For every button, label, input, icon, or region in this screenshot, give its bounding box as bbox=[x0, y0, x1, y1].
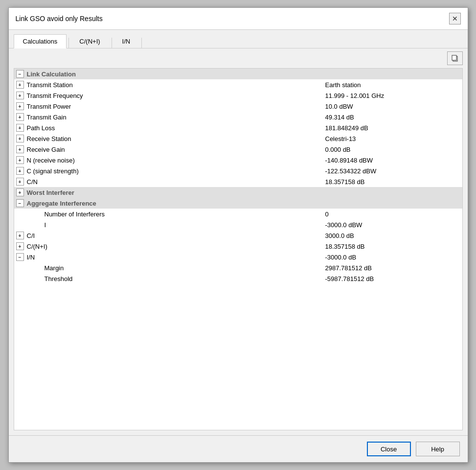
row-label: Transmit Gain bbox=[26, 114, 325, 121]
row-value: 0.000 dB bbox=[325, 146, 462, 153]
row-label: Path Loss bbox=[26, 124, 325, 132]
expand-icon[interactable]: + bbox=[16, 232, 24, 239]
row-label: Link Calculation bbox=[26, 70, 462, 78]
row-label: Aggregate Interference bbox=[26, 200, 462, 207]
row-value: 11.999 - 12.001 GHz bbox=[325, 92, 462, 99]
toolbar bbox=[9, 48, 468, 68]
tree-row: +Transmit StationEarth station bbox=[14, 79, 462, 90]
expand-icon[interactable]: + bbox=[16, 188, 24, 196]
tab-c-n-i[interactable]: C/(N+I) bbox=[70, 34, 109, 48]
close-icon[interactable]: ✕ bbox=[449, 13, 461, 24]
row-label: C/I bbox=[26, 232, 325, 239]
title-bar: Link GSO avoid only Results ✕ bbox=[9, 8, 468, 30]
tree-row: +C/I3000.0 dB bbox=[14, 230, 462, 241]
help-button[interactable]: Help bbox=[416, 442, 460, 456]
row-value: Celestri-13 bbox=[325, 135, 462, 142]
copy-icon bbox=[451, 54, 459, 62]
row-label: C (signal strength) bbox=[26, 167, 325, 175]
row-label: Transmit Power bbox=[26, 103, 325, 110]
row-label: C/N bbox=[26, 178, 325, 186]
row-value: -5987.781512 dB bbox=[325, 275, 462, 282]
tree-row: +C/N18.357158 dB bbox=[14, 176, 462, 187]
expand-icon[interactable]: + bbox=[16, 135, 24, 142]
tree-row: −Aggregate Interference bbox=[14, 198, 462, 209]
expand-icon[interactable]: + bbox=[16, 242, 24, 250]
tree-row: +Receive StationCelestri-13 bbox=[14, 133, 462, 144]
copy-button[interactable] bbox=[447, 51, 463, 65]
row-value: -3000.0 dBW bbox=[325, 221, 462, 229]
results-tree: −Link Calculation+Transmit StationEarth … bbox=[14, 68, 463, 430]
tree-row: −Link Calculation bbox=[14, 69, 462, 79]
tree-row: +C/(N+I)18.357158 dB bbox=[14, 241, 462, 252]
tree-row: Threshold-5987.781512 dB bbox=[14, 273, 462, 284]
row-label: C/(N+I) bbox=[26, 243, 325, 250]
tree-row: +Transmit Power10.0 dBW bbox=[14, 101, 462, 112]
expander-placeholder bbox=[34, 275, 42, 282]
tree-row: Margin2987.781512 dB bbox=[14, 262, 462, 273]
expand-icon[interactable]: + bbox=[16, 102, 24, 110]
row-value: 10.0 dBW bbox=[325, 103, 462, 110]
content-area: −Link Calculation+Transmit StationEarth … bbox=[9, 68, 468, 435]
expand-icon[interactable]: + bbox=[16, 92, 24, 99]
tab-separator-3 bbox=[141, 38, 142, 48]
row-value: 18.357158 dB bbox=[325, 243, 462, 250]
row-label: I/N bbox=[26, 254, 325, 261]
row-label: Worst Interferer bbox=[26, 189, 462, 196]
row-label: Transmit Station bbox=[26, 81, 325, 89]
footer: Close Help bbox=[9, 435, 468, 462]
row-value: 49.314 dB bbox=[325, 114, 462, 121]
expander-placeholder bbox=[34, 264, 42, 272]
expand-icon[interactable]: + bbox=[16, 167, 24, 175]
tab-i-n[interactable]: I/N bbox=[113, 34, 140, 48]
dialog: Link GSO avoid only Results ✕ Calculatio… bbox=[8, 7, 468, 463]
collapse-icon[interactable]: − bbox=[16, 70, 24, 78]
tree-row: I-3000.0 dBW bbox=[14, 219, 462, 230]
expand-icon[interactable]: + bbox=[16, 156, 24, 164]
row-label: Number of Interferers bbox=[44, 211, 325, 218]
row-value: 181.848249 dB bbox=[325, 124, 462, 132]
row-label: N (receive noise) bbox=[26, 157, 325, 164]
row-value: 0 bbox=[325, 211, 462, 218]
tree-row: +C (signal strength)-122.534322 dBW bbox=[14, 165, 462, 176]
row-label: Transmit Frequency bbox=[26, 92, 325, 99]
tree-row: −I/N-3000.0 dB bbox=[14, 252, 462, 262]
row-value: 2987.781512 dB bbox=[325, 264, 462, 272]
close-button[interactable]: Close bbox=[367, 442, 411, 456]
row-label: I bbox=[44, 221, 325, 229]
row-value: 3000.0 dB bbox=[325, 232, 462, 239]
row-value: Earth station bbox=[325, 81, 462, 89]
svg-rect-1 bbox=[452, 55, 456, 60]
dialog-title: Link GSO avoid only Results bbox=[16, 15, 103, 23]
tab-calculations[interactable]: Calculations bbox=[14, 34, 67, 48]
tree-row: +Transmit Gain49.314 dB bbox=[14, 112, 462, 122]
row-label: Threshold bbox=[44, 275, 325, 282]
expand-icon[interactable]: + bbox=[16, 124, 24, 132]
row-value: -3000.0 dB bbox=[325, 254, 462, 261]
row-label: Margin bbox=[44, 264, 325, 272]
tree-row: +Receive Gain0.000 dB bbox=[14, 144, 462, 155]
tree-row: +Worst Interferer bbox=[14, 187, 462, 198]
tree-row: +Path Loss181.848249 dB bbox=[14, 122, 462, 133]
tree-row: +Transmit Frequency11.999 - 12.001 GHz bbox=[14, 90, 462, 101]
row-value: -122.534322 dBW bbox=[325, 167, 462, 175]
expander-placeholder bbox=[34, 210, 42, 218]
row-value: -140.89148 dBW bbox=[325, 157, 462, 164]
expand-icon[interactable]: + bbox=[16, 81, 24, 89]
expander-placeholder bbox=[34, 221, 42, 229]
row-label: Receive Gain bbox=[26, 146, 325, 153]
row-value: 18.357158 dB bbox=[325, 178, 462, 186]
row-label: Receive Station bbox=[26, 135, 325, 142]
expand-icon[interactable]: + bbox=[16, 178, 24, 186]
tree-row: Number of Interferers0 bbox=[14, 209, 462, 219]
tab-bar: Calculations C/(N+I) I/N bbox=[9, 30, 468, 48]
expand-icon[interactable]: + bbox=[16, 113, 24, 121]
tab-separator-1 bbox=[68, 38, 69, 48]
expand-icon[interactable]: + bbox=[16, 145, 24, 153]
tree-row: +N (receive noise)-140.89148 dBW bbox=[14, 155, 462, 165]
collapse-icon[interactable]: − bbox=[16, 253, 24, 261]
tab-separator-2 bbox=[112, 38, 112, 48]
collapse-icon[interactable]: − bbox=[16, 199, 24, 207]
